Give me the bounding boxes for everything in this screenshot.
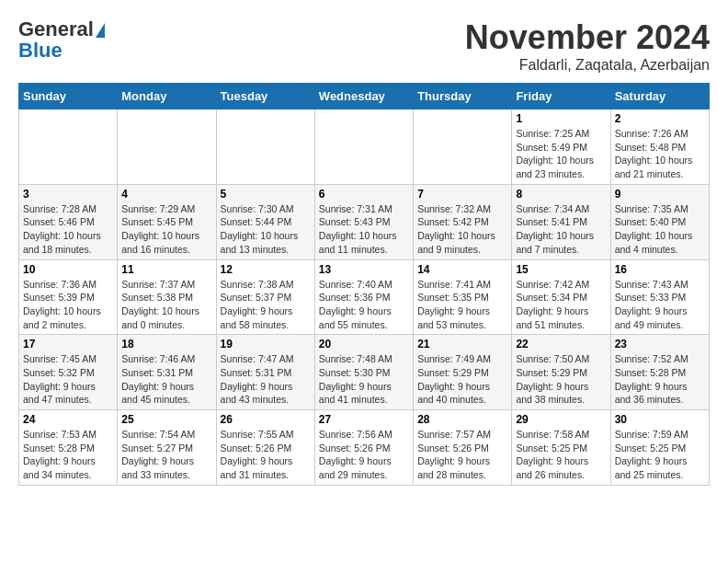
day-info: Sunrise: 7:50 AM Sunset: 5:29 PM Dayligh… bbox=[516, 352, 606, 407]
calendar-cell bbox=[19, 109, 118, 185]
month-title: November 2024 bbox=[465, 18, 710, 57]
day-number: 25 bbox=[121, 413, 211, 426]
day-number: 4 bbox=[121, 188, 211, 201]
calendar-cell: 4Sunrise: 7:29 AM Sunset: 5:45 PM Daylig… bbox=[118, 184, 216, 259]
day-info: Sunrise: 7:42 AM Sunset: 5:34 PM Dayligh… bbox=[516, 278, 606, 332]
weekday-header: Thursday bbox=[414, 84, 512, 109]
calendar-cell: 15Sunrise: 7:42 AM Sunset: 5:34 PM Dayli… bbox=[512, 259, 610, 335]
weekday-header: Sunday bbox=[19, 84, 118, 109]
calendar-cell: 26Sunrise: 7:55 AM Sunset: 5:26 PM Dayli… bbox=[216, 410, 314, 486]
day-number: 26 bbox=[221, 413, 311, 426]
calendar-cell: 20Sunrise: 7:48 AM Sunset: 5:30 PM Dayli… bbox=[314, 335, 413, 410]
weekday-header: Saturday bbox=[610, 84, 709, 109]
calendar-cell: 21Sunrise: 7:49 AM Sunset: 5:29 PM Dayli… bbox=[414, 335, 512, 410]
day-info: Sunrise: 7:45 AM Sunset: 5:32 PM Dayligh… bbox=[23, 352, 113, 407]
calendar-cell: 10Sunrise: 7:36 AM Sunset: 5:39 PM Dayli… bbox=[19, 259, 118, 335]
day-info: Sunrise: 7:48 AM Sunset: 5:30 PM Dayligh… bbox=[319, 352, 409, 407]
day-info: Sunrise: 7:36 AM Sunset: 5:39 PM Dayligh… bbox=[23, 278, 113, 332]
logo-text: General bbox=[18, 18, 105, 40]
calendar-cell: 19Sunrise: 7:47 AM Sunset: 5:31 PM Dayli… bbox=[216, 335, 314, 410]
day-number: 12 bbox=[221, 263, 311, 276]
calendar-week: 24Sunrise: 7:53 AM Sunset: 5:28 PM Dayli… bbox=[19, 410, 710, 486]
calendar-cell bbox=[118, 109, 216, 185]
day-number: 6 bbox=[319, 188, 409, 201]
day-number: 10 bbox=[23, 263, 113, 276]
calendar-cell: 28Sunrise: 7:57 AM Sunset: 5:26 PM Dayli… bbox=[414, 410, 512, 486]
day-info: Sunrise: 7:30 AM Sunset: 5:44 PM Dayligh… bbox=[221, 202, 311, 257]
day-info: Sunrise: 7:32 AM Sunset: 5:42 PM Dayligh… bbox=[417, 202, 507, 257]
calendar-cell: 3Sunrise: 7:28 AM Sunset: 5:46 PM Daylig… bbox=[19, 184, 118, 259]
calendar-cell: 30Sunrise: 7:59 AM Sunset: 5:25 PM Dayli… bbox=[610, 410, 709, 486]
day-number: 2 bbox=[615, 112, 705, 125]
page-header: General Blue November 2024 Faldarli, Zaq… bbox=[18, 18, 710, 74]
day-info: Sunrise: 7:40 AM Sunset: 5:36 PM Dayligh… bbox=[319, 278, 409, 332]
logo-blue: Blue bbox=[18, 39, 63, 63]
day-number: 16 bbox=[615, 263, 705, 276]
weekday-header: Friday bbox=[512, 84, 610, 109]
calendar-cell: 8Sunrise: 7:34 AM Sunset: 5:41 PM Daylig… bbox=[512, 184, 610, 259]
day-number: 20 bbox=[319, 338, 409, 350]
day-info: Sunrise: 7:47 AM Sunset: 5:31 PM Dayligh… bbox=[221, 352, 311, 407]
logo: General Blue bbox=[18, 18, 105, 63]
calendar-cell: 16Sunrise: 7:43 AM Sunset: 5:33 PM Dayli… bbox=[610, 259, 709, 335]
day-number: 3 bbox=[23, 188, 113, 201]
day-info: Sunrise: 7:35 AM Sunset: 5:40 PM Dayligh… bbox=[615, 202, 705, 257]
calendar-week: 1Sunrise: 7:25 AM Sunset: 5:49 PM Daylig… bbox=[19, 109, 710, 185]
calendar-cell bbox=[216, 109, 314, 185]
day-number: 29 bbox=[516, 413, 606, 426]
day-number: 11 bbox=[121, 263, 211, 276]
calendar-cell: 11Sunrise: 7:37 AM Sunset: 5:38 PM Dayli… bbox=[118, 259, 216, 335]
calendar-cell bbox=[314, 109, 413, 185]
day-info: Sunrise: 7:43 AM Sunset: 5:33 PM Dayligh… bbox=[615, 278, 705, 332]
day-info: Sunrise: 7:55 AM Sunset: 5:26 PM Dayligh… bbox=[221, 428, 311, 482]
calendar: SundayMondayTuesdayWednesdayThursdayFrid… bbox=[18, 83, 710, 486]
day-info: Sunrise: 7:25 AM Sunset: 5:49 PM Dayligh… bbox=[516, 127, 606, 181]
day-number: 9 bbox=[615, 188, 705, 201]
day-info: Sunrise: 7:57 AM Sunset: 5:26 PM Dayligh… bbox=[417, 428, 507, 482]
day-number: 18 bbox=[121, 338, 211, 350]
calendar-cell: 27Sunrise: 7:56 AM Sunset: 5:26 PM Dayli… bbox=[314, 410, 413, 486]
calendar-cell: 25Sunrise: 7:54 AM Sunset: 5:27 PM Dayli… bbox=[118, 410, 216, 486]
day-info: Sunrise: 7:52 AM Sunset: 5:28 PM Dayligh… bbox=[615, 352, 705, 407]
calendar-cell: 13Sunrise: 7:40 AM Sunset: 5:36 PM Dayli… bbox=[314, 259, 413, 335]
day-number: 1 bbox=[516, 112, 606, 125]
day-info: Sunrise: 7:26 AM Sunset: 5:48 PM Dayligh… bbox=[615, 127, 705, 181]
weekday-header: Wednesday bbox=[314, 84, 413, 109]
day-info: Sunrise: 7:59 AM Sunset: 5:25 PM Dayligh… bbox=[615, 428, 705, 482]
day-number: 8 bbox=[516, 188, 606, 201]
day-number: 7 bbox=[417, 188, 507, 201]
day-info: Sunrise: 7:53 AM Sunset: 5:28 PM Dayligh… bbox=[23, 428, 113, 482]
weekday-header: Monday bbox=[118, 84, 216, 109]
calendar-cell: 22Sunrise: 7:50 AM Sunset: 5:29 PM Dayli… bbox=[512, 335, 610, 410]
day-info: Sunrise: 7:46 AM Sunset: 5:31 PM Dayligh… bbox=[121, 352, 211, 407]
day-number: 14 bbox=[417, 263, 507, 276]
day-info: Sunrise: 7:58 AM Sunset: 5:25 PM Dayligh… bbox=[516, 428, 606, 482]
location: Faldarli, Zaqatala, Azerbaijan bbox=[465, 57, 710, 74]
calendar-cell bbox=[414, 109, 512, 185]
day-info: Sunrise: 7:41 AM Sunset: 5:35 PM Dayligh… bbox=[417, 278, 507, 332]
day-number: 17 bbox=[23, 338, 113, 350]
day-number: 24 bbox=[23, 413, 113, 426]
calendar-cell: 6Sunrise: 7:31 AM Sunset: 5:43 PM Daylig… bbox=[314, 184, 413, 259]
day-number: 23 bbox=[615, 338, 705, 350]
calendar-cell: 24Sunrise: 7:53 AM Sunset: 5:28 PM Dayli… bbox=[19, 410, 118, 486]
day-info: Sunrise: 7:37 AM Sunset: 5:38 PM Dayligh… bbox=[121, 278, 211, 332]
calendar-week: 17Sunrise: 7:45 AM Sunset: 5:32 PM Dayli… bbox=[19, 335, 710, 410]
day-info: Sunrise: 7:29 AM Sunset: 5:45 PM Dayligh… bbox=[121, 202, 211, 257]
calendar-cell: 9Sunrise: 7:35 AM Sunset: 5:40 PM Daylig… bbox=[610, 184, 709, 259]
calendar-cell: 7Sunrise: 7:32 AM Sunset: 5:42 PM Daylig… bbox=[414, 184, 512, 259]
calendar-cell: 12Sunrise: 7:38 AM Sunset: 5:37 PM Dayli… bbox=[216, 259, 314, 335]
calendar-cell: 23Sunrise: 7:52 AM Sunset: 5:28 PM Dayli… bbox=[610, 335, 709, 410]
calendar-cell: 2Sunrise: 7:26 AM Sunset: 5:48 PM Daylig… bbox=[610, 109, 709, 185]
calendar-cell: 17Sunrise: 7:45 AM Sunset: 5:32 PM Dayli… bbox=[19, 335, 118, 410]
calendar-cell: 5Sunrise: 7:30 AM Sunset: 5:44 PM Daylig… bbox=[216, 184, 314, 259]
day-info: Sunrise: 7:56 AM Sunset: 5:26 PM Dayligh… bbox=[319, 428, 409, 482]
day-number: 15 bbox=[516, 263, 606, 276]
day-number: 19 bbox=[221, 338, 311, 350]
calendar-cell: 29Sunrise: 7:58 AM Sunset: 5:25 PM Dayli… bbox=[512, 410, 610, 486]
day-number: 13 bbox=[319, 263, 409, 276]
calendar-body: 1Sunrise: 7:25 AM Sunset: 5:49 PM Daylig… bbox=[19, 109, 710, 486]
calendar-cell: 14Sunrise: 7:41 AM Sunset: 5:35 PM Dayli… bbox=[414, 259, 512, 335]
calendar-week: 10Sunrise: 7:36 AM Sunset: 5:39 PM Dayli… bbox=[19, 259, 710, 335]
calendar-cell: 1Sunrise: 7:25 AM Sunset: 5:49 PM Daylig… bbox=[512, 109, 610, 185]
